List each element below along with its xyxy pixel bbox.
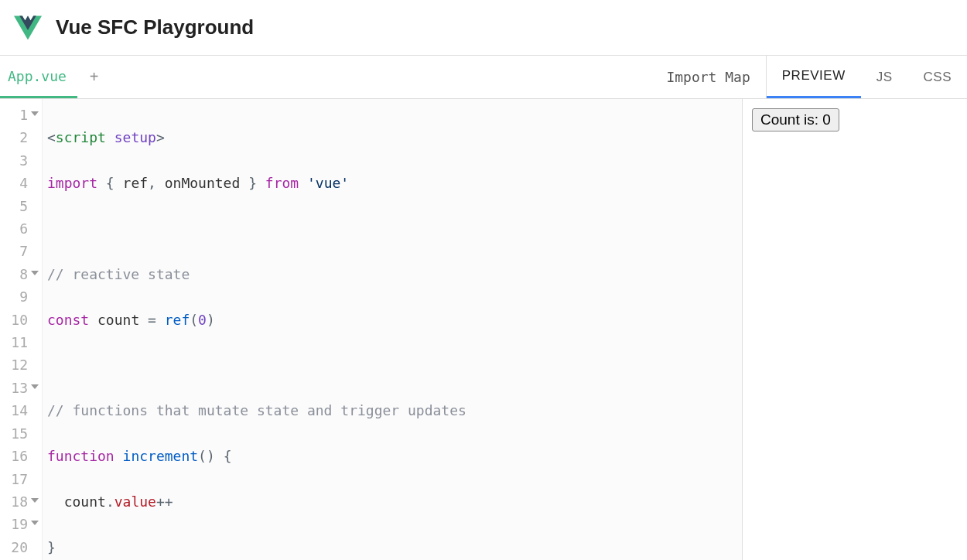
main-split: 1234567891011121314151617181920 <script …	[0, 99, 967, 560]
spacer	[111, 56, 651, 98]
add-file-button[interactable]: +	[77, 56, 111, 98]
line-number: 16	[0, 445, 28, 467]
tab-preview[interactable]: PREVIEW	[767, 56, 861, 98]
line-number: 17	[0, 468, 28, 490]
file-tabs: App.vue +	[0, 56, 111, 98]
line-number: 3	[0, 149, 28, 172]
file-tab-app-vue[interactable]: App.vue	[0, 56, 77, 98]
tab-css[interactable]: CSS	[908, 56, 967, 98]
line-number: 10	[0, 309, 28, 331]
line-number: 11	[0, 331, 28, 353]
line-number: 13	[0, 377, 28, 399]
count-button[interactable]: Count is: 0	[752, 108, 839, 131]
import-map-tab[interactable]: Import Map	[651, 56, 765, 98]
tab-bar: App.vue + Import Map PREVIEW JS CSS	[0, 56, 967, 99]
line-number: 19	[0, 513, 28, 535]
line-number: 15	[0, 422, 28, 445]
code-editor[interactable]: 1234567891011121314151617181920 <script …	[0, 99, 743, 560]
output-tabs: PREVIEW JS CSS	[767, 56, 967, 98]
line-number: 5	[0, 195, 28, 217]
line-number: 12	[0, 353, 28, 376]
tab-js[interactable]: JS	[861, 56, 908, 98]
line-number: 7	[0, 240, 28, 262]
line-number: 2	[0, 126, 28, 149]
vue-logo-icon	[14, 14, 42, 42]
line-number-gutter: 1234567891011121314151617181920	[0, 99, 43, 560]
app-header: Vue SFC Playground	[0, 0, 967, 56]
line-number: 20	[0, 536, 28, 558]
line-number: 18	[0, 490, 28, 513]
preview-pane: Count is: 0	[743, 99, 967, 560]
page-title: Vue SFC Playground	[56, 15, 254, 39]
code-content[interactable]: <script setup> import { ref, onMounted }…	[43, 99, 742, 560]
line-number: 14	[0, 399, 28, 422]
line-number: 9	[0, 285, 28, 308]
line-number: 1	[0, 104, 28, 126]
line-number: 6	[0, 217, 28, 240]
line-number: 8	[0, 263, 28, 285]
line-number: 4	[0, 172, 28, 194]
